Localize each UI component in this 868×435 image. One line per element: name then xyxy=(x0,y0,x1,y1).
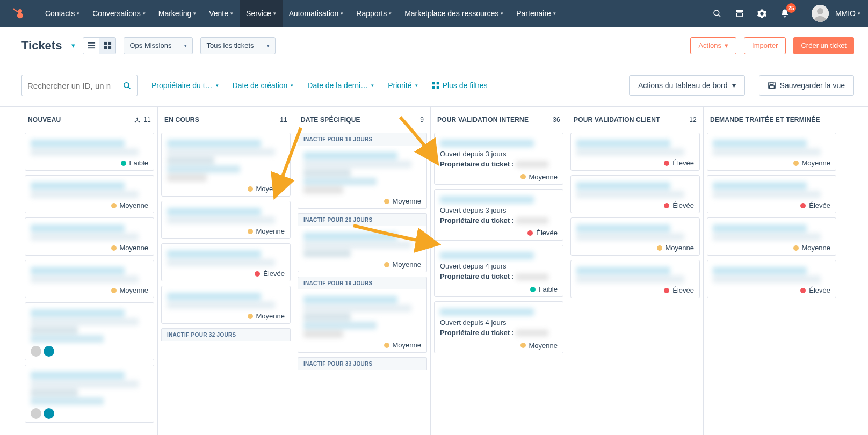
nav-item-partenaire[interactable]: Partenaire▾ xyxy=(510,0,562,27)
more-filters-label: Plus de filtres xyxy=(443,81,488,90)
priority-label: Moyenne xyxy=(256,185,285,193)
ticket-card[interactable]: Moyenne xyxy=(25,218,154,256)
avatar xyxy=(812,5,829,22)
priority-badge: Moyenne xyxy=(167,312,285,320)
avatar xyxy=(44,346,54,357)
column-body[interactable]: ÉlevéeÉlevéeMoyenneÉlevée xyxy=(567,133,703,435)
ticket-card[interactable]: Ouvert depuis 3 joursPropriétaire du tic… xyxy=(434,189,563,241)
nav-label: Automatisation xyxy=(289,9,339,18)
column-body[interactable]: MoyenneMoyenneÉlevéeMoyenneINACTIF POUR … xyxy=(158,133,294,435)
column-count: 11 xyxy=(280,116,287,124)
nav-item-vente[interactable]: Vente▾ xyxy=(202,0,240,27)
svg-point-2 xyxy=(714,10,719,16)
priority-badge: Moyenne xyxy=(576,244,694,252)
ticket-card[interactable]: Moyenne xyxy=(25,175,154,213)
ticket-card[interactable] xyxy=(25,302,154,360)
nav-item-marketplace-des-ressources[interactable]: Marketplace des ressources▾ xyxy=(398,0,510,27)
filter-chip[interactable]: Date de la derni…▾ xyxy=(307,81,374,90)
priority-badge: Moyenne xyxy=(31,244,148,252)
chevron-down-icon: ▾ xyxy=(143,11,146,16)
column-body[interactable]: FaibleMoyenneMoyenneMoyenne xyxy=(21,133,157,435)
column-nouveau: NOUVEAU11FaibleMoyenneMoyenneMoyenne xyxy=(21,107,158,435)
create-ticket-button[interactable]: Créer un ticket xyxy=(793,37,854,54)
account-menu[interactable]: MMIO ▾ xyxy=(812,5,860,22)
ticket-card[interactable]: Moyenne xyxy=(707,133,836,171)
priority-label: Élevée xyxy=(536,229,558,237)
ticket-card[interactable]: Ouvert depuis 3 joursPropriétaire du tic… xyxy=(434,133,563,185)
column-body[interactable]: Ouvert depuis 3 joursPropriétaire du tic… xyxy=(431,133,567,435)
nav-label: Partenaire xyxy=(516,9,551,18)
search-field[interactable] xyxy=(27,81,119,90)
import-button[interactable]: Importer xyxy=(744,37,786,54)
priority-dot-icon xyxy=(111,245,117,251)
nav-item-contacts[interactable]: Contacts▾ xyxy=(39,0,86,27)
ticket-card[interactable]: Moyenne xyxy=(707,218,836,256)
priority-dot-icon xyxy=(121,161,126,166)
title-dropdown[interactable]: ▾ xyxy=(71,41,75,49)
marketplace-icon[interactable] xyxy=(730,4,749,23)
ticket-card[interactable]: Faible xyxy=(25,133,154,171)
ticket-card[interactable]: Moyenne xyxy=(298,289,427,353)
nav-item-conversations[interactable]: Conversations▾ xyxy=(86,0,152,27)
board-actions-button[interactable]: Actions du tableau de bord ▾ xyxy=(629,75,745,96)
ticket-card[interactable]: Ouvert depuis 4 joursPropriétaire du tic… xyxy=(434,245,563,297)
save-view-button[interactable]: Sauvegarder la vue xyxy=(759,75,854,96)
pipeline-select[interactable]: Ops Missions ▾ xyxy=(124,37,193,54)
svg-rect-3 xyxy=(736,10,743,12)
nav-item-marketing[interactable]: Marketing▾ xyxy=(152,0,202,27)
ticket-card[interactable] xyxy=(25,365,154,423)
notifications-icon[interactable]: 25 xyxy=(776,4,794,23)
svg-rect-10 xyxy=(104,42,107,45)
more-filters[interactable]: Plus de filtres xyxy=(432,81,488,90)
ticket-card[interactable]: Moyenne xyxy=(570,218,700,256)
priority-badge: Élevée xyxy=(576,286,694,294)
column-body[interactable]: INACTIF POUR 18 JOURSMoyenneINACTIF POUR… xyxy=(294,133,430,435)
filter-chip[interactable]: Propriétaire du t…▾ xyxy=(151,81,219,90)
priority-label: Élevée xyxy=(672,286,694,294)
priority-label: Moyenne xyxy=(529,173,558,181)
priority-label: Moyenne xyxy=(256,227,285,235)
ticket-card[interactable]: Moyenne xyxy=(161,201,291,239)
list-view-button[interactable] xyxy=(83,38,99,54)
ticket-card[interactable]: Élevée xyxy=(570,175,700,213)
settings-icon[interactable] xyxy=(753,4,771,23)
column-body[interactable]: MoyenneÉlevéeMoyenneÉlevée xyxy=(704,133,840,435)
filter-chip[interactable]: Priorité▾ xyxy=(388,81,417,90)
ticket-card[interactable]: Moyenne xyxy=(161,133,291,197)
priority-label: Faible xyxy=(129,159,148,167)
priority-badge: Faible xyxy=(440,285,558,293)
ticket-card[interactable]: Moyenne xyxy=(298,226,427,272)
ticket-card[interactable]: Élevée xyxy=(570,133,700,171)
filter-chip[interactable]: Date de création▾ xyxy=(233,81,294,90)
ticket-card[interactable]: Élevée xyxy=(707,175,836,213)
ticket-card[interactable]: Moyenne xyxy=(25,260,154,298)
ticket-filter-select[interactable]: Tous les tickets ▾ xyxy=(200,37,275,54)
svg-rect-18 xyxy=(436,86,438,89)
ticket-card[interactable]: Moyenne xyxy=(161,286,291,324)
search-icon[interactable] xyxy=(708,4,726,23)
hubspot-logo[interactable] xyxy=(10,5,26,21)
nav-item-rapports[interactable]: Rapports▾ xyxy=(350,0,398,27)
inactive-banner: INACTIF POUR 18 JOURS xyxy=(298,133,427,146)
ticket-card[interactable]: Élevée xyxy=(707,260,836,298)
actions-button[interactable]: Actions ▾ xyxy=(690,37,736,54)
nav-label: Vente xyxy=(209,9,228,18)
board-view-button[interactable] xyxy=(99,38,115,54)
nav-item-service[interactable]: Service▾ xyxy=(240,0,283,27)
priority-label: Moyenne xyxy=(120,286,148,294)
ticket-card[interactable]: Élevée xyxy=(161,243,291,281)
tree-icon xyxy=(134,117,140,123)
ticket-card[interactable]: Moyenne xyxy=(298,146,427,209)
ticket-card[interactable]: Ouvert depuis 4 joursPropriétaire du tic… xyxy=(434,301,563,353)
search-input[interactable] xyxy=(21,75,138,96)
chevron-down-icon: ▾ xyxy=(389,11,392,16)
column-title: EN COURS xyxy=(164,116,199,124)
ticket-card[interactable]: Élevée xyxy=(570,260,700,298)
column-header: DATE SPÉCIFIQUE9 xyxy=(294,107,430,133)
card-avatars xyxy=(31,408,148,419)
page-title: Tickets xyxy=(21,39,62,53)
ticket-meta: Ouvert depuis 3 joursPropriétaire du tic… xyxy=(440,206,558,226)
nav-item-automatisation[interactable]: Automatisation▾ xyxy=(283,0,350,27)
priority-dot-icon xyxy=(384,343,389,348)
notification-badge: 25 xyxy=(786,3,796,13)
